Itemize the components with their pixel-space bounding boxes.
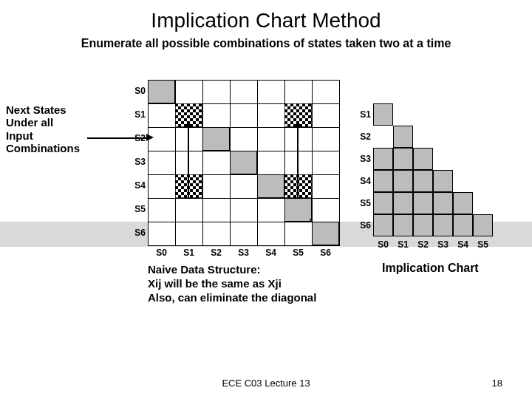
col-label: S0 bbox=[373, 239, 393, 250]
naive-line: Xij will be the same as Xji bbox=[148, 277, 282, 290]
col-label: S3 bbox=[230, 248, 257, 258]
footer-center: ECE C03 Lecture 13 bbox=[0, 378, 532, 389]
annotation-line: Next States bbox=[6, 103, 66, 116]
col-label: S1 bbox=[393, 239, 413, 250]
arrow-right-icon bbox=[87, 137, 148, 139]
col-label: S4 bbox=[257, 248, 284, 258]
row-label: S6 bbox=[355, 220, 371, 231]
annotation-line: Combinations bbox=[6, 142, 80, 154]
col-label: S4 bbox=[453, 239, 473, 250]
arrow-up-icon bbox=[297, 127, 299, 198]
implication-chart-title: Implication Chart bbox=[382, 262, 479, 275]
row-label: S5 bbox=[355, 198, 371, 208]
annotation-text: Next States Under all Input Combinations bbox=[6, 103, 120, 154]
naive-text: Naive Data Structure: Xij will be the sa… bbox=[148, 263, 316, 304]
col-label: S0 bbox=[148, 248, 175, 258]
row-label: S3 bbox=[355, 154, 371, 164]
col-label: S6 bbox=[312, 248, 339, 258]
x-mark-icon: × bbox=[309, 216, 313, 225]
naive-line: Naive Data Structure: bbox=[148, 263, 261, 276]
col-label: S5 bbox=[473, 239, 493, 250]
row-label: S4 bbox=[355, 176, 371, 186]
annotation-line: Input bbox=[6, 129, 33, 142]
annotation-line: Under all bbox=[6, 116, 53, 129]
col-label: S2 bbox=[413, 239, 433, 250]
naive-line: Also, can eliminate the diagonal bbox=[148, 291, 316, 304]
col-label: S1 bbox=[175, 248, 202, 258]
row-label: S6 bbox=[129, 228, 146, 238]
row-label: S1 bbox=[355, 109, 371, 120]
col-label: S3 bbox=[433, 239, 453, 250]
page-title: Implication Chart Method bbox=[0, 9, 532, 33]
row-label: S3 bbox=[129, 157, 146, 167]
col-label: S5 bbox=[284, 248, 312, 258]
page-subtitle: Enumerate all possible combinations of s… bbox=[0, 37, 532, 50]
row-label: S0 bbox=[129, 86, 146, 96]
col-label: S2 bbox=[202, 248, 230, 258]
page-number: 18 bbox=[492, 378, 502, 389]
row-label: S5 bbox=[129, 204, 146, 214]
row-label: S2 bbox=[355, 132, 371, 142]
arrow-up-icon bbox=[188, 127, 189, 198]
row-label: S4 bbox=[129, 180, 146, 191]
arrow-right-head-icon bbox=[146, 134, 154, 141]
row-label: S1 bbox=[129, 109, 146, 120]
